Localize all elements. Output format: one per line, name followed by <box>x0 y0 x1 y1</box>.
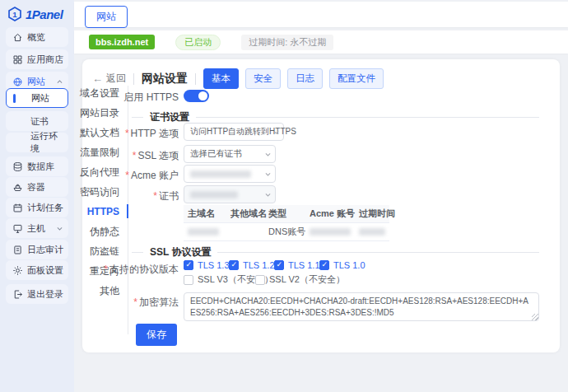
table-header-row: 主域名 其他域名 类型 Acme 账号 过期时间 <box>184 205 389 223</box>
acme-account-select[interactable] <box>184 165 276 183</box>
sidebar-item-appstore[interactable]: 应用商店 <box>6 49 68 69</box>
active-menu-indicator <box>127 204 128 218</box>
menu-item-rewrite[interactable]: 伪静态 <box>90 225 119 238</box>
sidebar-item-label: 证书 <box>30 115 49 128</box>
website-settings-card: ← 返回 网站设置 基本 安全 日志 配置文件 域名设置 网站目录 默认文档 流… <box>82 59 560 352</box>
cert-section-divider: 证书设置 <box>132 110 539 124</box>
menu-item-site-dir[interactable]: 网站目录 <box>80 106 119 119</box>
site-domain-badge: bbs.izdh.net <box>89 35 155 49</box>
app-logo: 1 1Panel <box>7 7 63 21</box>
monitor-icon <box>12 223 23 234</box>
checkbox-tls12[interactable]: TLS 1.2 <box>229 260 275 270</box>
cipher-textarea[interactable]: EECDH+CHACHA20:EECDH+CHACHA20-draft:EECD… <box>184 292 539 321</box>
globe-icon <box>12 77 23 87</box>
sidebar-item-label: 容器 <box>27 181 45 194</box>
redacted-value <box>190 170 251 178</box>
sidebar-item-label: 计划任务 <box>27 202 63 214</box>
cell-type: DNS账号 <box>264 223 305 240</box>
menu-item-hotlink[interactable]: 防盗链 <box>90 245 119 258</box>
required-mark: * <box>125 170 129 181</box>
cell-acme-account <box>305 223 355 240</box>
sidebar-item-overview[interactable]: 概览 <box>6 27 68 47</box>
col-primary-domain: 主域名 <box>184 205 226 222</box>
chevron-down-icon <box>56 225 63 232</box>
logo-text: 1Panel <box>26 7 63 21</box>
col-expiry: 过期时间 <box>355 205 389 222</box>
tab-basic[interactable]: 基本 <box>203 68 239 89</box>
table-row: DNS账号 <box>184 223 389 241</box>
sidebar-item-logs[interactable]: 日志审计 <box>6 240 68 259</box>
sidebar: 1 1Panel 概览 应用商店 网站 网站 证书 运行环境 数据库 容器 计划… <box>0 0 74 392</box>
resize-handle[interactable] <box>532 314 538 320</box>
sidebar-item-label: 网站 <box>27 76 45 88</box>
settings-tabs: 基本 安全 日志 配置文件 <box>203 68 384 89</box>
checkbox-tls11[interactable]: TLS 1.1 <box>274 260 320 270</box>
checkbox-box <box>319 260 329 270</box>
redacted-value <box>359 228 385 236</box>
checkbox-sslv2[interactable]: SSL V2（不安全） <box>255 273 345 286</box>
sidebar-item-database[interactable]: 数据库 <box>6 156 68 176</box>
svg-text:1: 1 <box>12 10 17 19</box>
sidebar-item-label: 数据库 <box>27 161 54 173</box>
col-type: 类型 <box>264 205 305 222</box>
site-info-bar: bbs.izdh.net 已启动 过期时间: 永不过期 <box>74 30 568 54</box>
divider <box>195 73 196 85</box>
site-status-badge: 已启动 <box>175 35 221 50</box>
sidebar-item-container[interactable]: 容器 <box>6 177 68 197</box>
site-expiry-badge: 过期时间: 永不过期 <box>241 35 333 50</box>
required-mark: * <box>125 128 129 139</box>
protocols-label: *支持的协议版本 <box>96 263 179 277</box>
tab-logs[interactable]: 日志 <box>287 68 323 89</box>
logout-icon <box>12 289 23 300</box>
save-button[interactable]: 保存 <box>136 324 177 346</box>
sidebar-item-cronjob[interactable]: 计划任务 <box>6 198 68 217</box>
sidebar-item-panel-settings[interactable]: 面板设置 <box>6 260 68 280</box>
chevron-down-icon <box>264 151 272 158</box>
sidebar-subitem-runtime[interactable]: 运行环境 <box>6 133 68 152</box>
checkbox-tls10[interactable]: TLS 1.0 <box>319 260 365 270</box>
sidebar-item-host[interactable]: 主机 <box>6 218 68 238</box>
required-mark: * <box>133 150 137 161</box>
menu-item-https[interactable]: HTTPS <box>87 205 119 218</box>
ssl-option-value: 选择已有证书 <box>190 148 242 160</box>
sidebar-item-logout[interactable]: 退出登录 <box>6 284 68 304</box>
divider <box>133 73 134 85</box>
http-option-select[interactable]: 访问HTTP自动跳转到HTTPS <box>184 123 284 141</box>
tab-config-file[interactable]: 配置文件 <box>329 68 384 89</box>
sidebar-item-label: 日志审计 <box>27 244 63 256</box>
required-mark: * <box>133 296 137 308</box>
certificate-select[interactable] <box>184 185 276 203</box>
ssl-section-title: SSL 协议设置 <box>150 245 211 259</box>
top-tab-website[interactable]: 网站 <box>85 6 128 28</box>
chevron-down-icon <box>264 191 272 198</box>
sidebar-item-label: 面板设置 <box>27 264 63 277</box>
sidebar-subitem-certificates[interactable]: 证书 <box>6 111 68 131</box>
back-button[interactable]: ← 返回 <box>92 72 126 86</box>
back-label: 返回 <box>106 72 126 86</box>
cert-section-title: 证书设置 <box>150 110 189 124</box>
sidebar-subitem-website[interactable]: 网站 <box>6 88 68 108</box>
tab-security[interactable]: 安全 <box>245 68 281 89</box>
checkbox-box <box>184 275 193 285</box>
checkbox-box <box>255 275 265 285</box>
page-title: 网站设置 <box>142 72 188 86</box>
checkbox-box <box>274 260 284 270</box>
http-option-value: 访问HTTP自动跳转到HTTPS <box>190 126 296 138</box>
enable-https-toggle[interactable] <box>184 90 209 102</box>
certificate-label: *证书 <box>96 189 179 203</box>
col-acme-account: Acme 账号 <box>305 205 355 222</box>
appstore-icon <box>12 54 23 65</box>
sidebar-item-label: 运行环境 <box>30 130 63 155</box>
database-icon <box>12 161 23 172</box>
checkbox-box <box>229 260 239 270</box>
cell-other-domains <box>226 223 264 240</box>
ssl-section-divider: SSL 协议设置 <box>132 245 539 259</box>
chevron-up-icon <box>56 78 63 86</box>
ssl-option-select[interactable]: 选择已有证书 <box>184 145 276 163</box>
certificate-table: 主域名 其他域名 类型 Acme 账号 过期时间 DNS账号 <box>184 205 389 241</box>
document-icon <box>12 245 23 255</box>
sidebar-item-label: 网站 <box>31 92 49 105</box>
checkbox-tls13[interactable]: TLS 1.3 <box>184 260 230 270</box>
logo-hexagon-icon: 1 <box>7 7 22 21</box>
chevron-down-icon <box>272 128 280 136</box>
